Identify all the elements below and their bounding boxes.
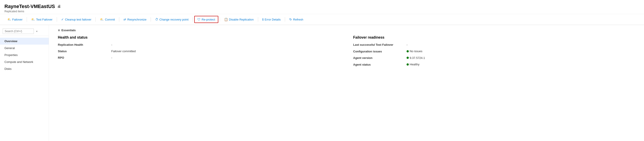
toolbar-btn-failover[interactable]: ⛅Failover: [4, 16, 25, 23]
main-layout: « OverviewGeneralPropertiesCompute and N…: [0, 25, 644, 141]
toolbar-btn-test-failover[interactable]: ⛅Test Failover: [28, 16, 56, 23]
toolbar-btn-error-details[interactable]: ℹError Details: [260, 16, 284, 23]
toolbar-btn-commit[interactable]: ⛅Commit: [97, 16, 118, 23]
test-failover-icon: ⛅: [31, 18, 35, 21]
sidebar-item-properties[interactable]: Properties: [0, 52, 49, 58]
page-container: RayneTest-VMEastUS 🖨 Replicated items ⛅F…: [0, 0, 644, 141]
status-ok: No issues: [406, 50, 422, 53]
failover-info-row: Agent status Healthy: [353, 63, 635, 66]
health-row-label: Replication Health: [58, 43, 102, 46]
content-area: ∨ Essentials Health and status Replicati…: [49, 25, 644, 141]
print-icon[interactable]: 🖨: [57, 5, 61, 9]
health-info-row: Status Failover committed: [58, 50, 340, 53]
failover-row-value: Healthy: [410, 63, 420, 66]
health-row-label: Status: [58, 50, 102, 53]
page-subtitle: Replicated items: [4, 10, 640, 13]
test-failover-label: Test Failover: [36, 18, 52, 21]
sidebar-item-general[interactable]: General: [0, 45, 49, 52]
cleanup-test-failover-icon: ✓: [61, 18, 64, 21]
sidebar-item-overview[interactable]: Overview: [0, 38, 49, 45]
commit-icon: ⛅: [100, 18, 104, 21]
re-protect-label: Re-protect: [202, 18, 215, 21]
search-input[interactable]: [3, 29, 34, 34]
error-details-label: Error Details: [264, 18, 280, 21]
toolbar-separator: [27, 17, 27, 22]
toolbar-separator: [258, 17, 258, 22]
sidebar-item-compute-network[interactable]: Compute and Network: [0, 58, 49, 65]
toolbar-btn-refresh[interactable]: ↻Refresh: [286, 16, 306, 23]
change-recovery-point-label: Change recovery point: [159, 18, 188, 21]
failover-readiness-section: Failover readiness Last successful Test …: [353, 36, 635, 69]
health-status-section: Health and status Replication Health - S…: [58, 36, 340, 69]
change-recovery-point-icon: ⏱: [155, 18, 158, 21]
collapse-button[interactable]: «: [35, 29, 39, 34]
failover-row-label: Agent version: [353, 56, 398, 60]
failover-row-value: No issues: [410, 50, 422, 53]
health-info-row: Replication Health -: [58, 43, 340, 46]
health-row-value: -: [111, 43, 112, 46]
toolbar: ⛅Failover⛅Test Failover✓Cleanup test fai…: [0, 14, 644, 25]
health-status-title: Health and status: [58, 36, 340, 40]
green-dot-icon: [406, 63, 409, 66]
toolbar-btn-cleanup-test-failover[interactable]: ✓Cleanup test failover: [58, 16, 94, 23]
health-info-row: RPO -: [58, 56, 340, 59]
refresh-label: Refresh: [293, 18, 303, 21]
essentials-collapse-icon: ∨: [58, 29, 60, 32]
failover-label: Failover: [12, 18, 22, 21]
re-protect-icon: 🛡: [198, 18, 200, 21]
sidebar: « OverviewGeneralPropertiesCompute and N…: [0, 25, 49, 141]
health-row-label: RPO: [58, 56, 102, 59]
failover-row-label: Last successful Test Failover: [353, 43, 398, 46]
failover-info-row: Agent version 9.37.5724.1: [353, 56, 635, 60]
toolbar-separator: [96, 17, 96, 22]
toolbar-btn-disable-replication[interactable]: 📋Disable Replication: [221, 16, 256, 23]
toolbar-separator: [57, 17, 57, 22]
page-title: RayneTest-VMEastUS: [4, 4, 55, 9]
error-details-icon: ℹ: [262, 18, 264, 21]
refresh-icon: ↻: [289, 18, 292, 21]
toolbar-separator: [193, 17, 193, 22]
failover-row-value: 9.37.5724.1: [410, 56, 425, 60]
essentials-label: Essentials: [62, 29, 76, 32]
essentials-header[interactable]: ∨ Essentials: [58, 29, 635, 32]
disable-replication-icon: 📋: [224, 18, 228, 21]
sidebar-item-disks[interactable]: Disks: [0, 65, 49, 72]
page-title-row: RayneTest-VMEastUS 🖨: [4, 4, 640, 9]
toolbar-btn-resynchronize[interactable]: ⇄Resynchronize: [120, 16, 149, 23]
failover-row-label: Agent status: [353, 63, 398, 66]
page-header: RayneTest-VMEastUS 🖨 Replicated items: [0, 0, 644, 14]
failover-icon: ⛅: [7, 18, 11, 21]
commit-label: Commit: [105, 18, 115, 21]
failover-row-label: Configuration issues: [353, 50, 398, 53]
green-dot-icon: [406, 57, 409, 59]
status-ok: 9.37.5724.1: [406, 56, 425, 60]
toolbar-btn-change-recovery-point[interactable]: ⏱Change recovery point: [152, 16, 192, 23]
resynchronize-icon: ⇄: [124, 18, 126, 21]
resynchronize-label: Resynchronize: [127, 18, 146, 21]
two-columns: Health and status Replication Health - S…: [58, 36, 635, 69]
toolbar-separator: [119, 17, 119, 22]
toolbar-separator: [285, 17, 285, 22]
failover-row-value: -: [406, 43, 408, 46]
cleanup-test-failover-label: Cleanup test failover: [65, 18, 92, 21]
health-row-value: -: [111, 56, 112, 59]
failover-readiness-title: Failover readiness: [353, 36, 635, 40]
health-row-value: Failover committed: [111, 50, 136, 53]
green-dot-icon: [406, 50, 409, 52]
disable-replication-label: Disable Replication: [229, 18, 254, 21]
search-box: «: [3, 29, 46, 34]
failover-info-row: Last successful Test Failover -: [353, 43, 635, 46]
toolbar-btn-re-protect[interactable]: 🛡Re-protect: [194, 16, 218, 23]
status-ok: Healthy: [406, 63, 420, 66]
failover-info-row: Configuration issues No issues: [353, 50, 635, 53]
